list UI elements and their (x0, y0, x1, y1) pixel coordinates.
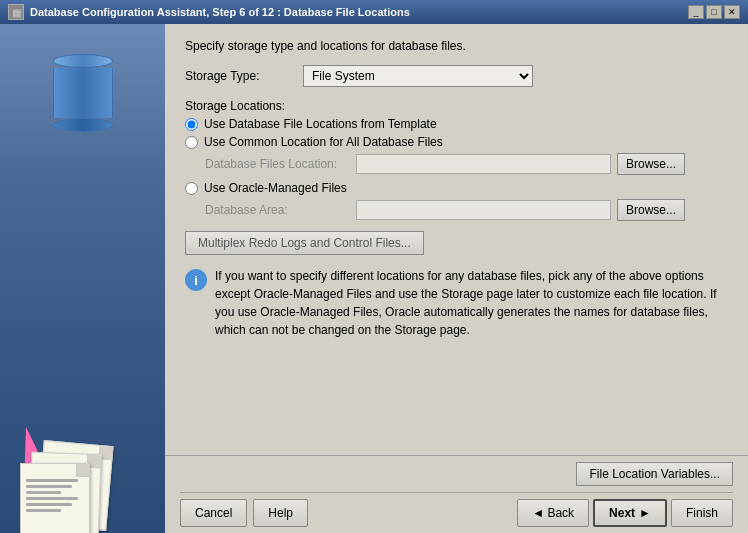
content-area: Specify storage type and locations for d… (165, 24, 748, 533)
back-arrow-icon: ◄ (532, 506, 544, 520)
multiplex-button[interactable]: Multiplex Redo Logs and Control Files... (185, 231, 424, 255)
separator (180, 492, 733, 493)
nav-row: Cancel Help ◄ Back Next ► Finish (180, 499, 733, 527)
illustration-panel (0, 24, 165, 533)
radio-oracle[interactable]: Use Oracle-Managed Files (185, 181, 728, 195)
title-bar: ▦ Database Configuration Assistant, Step… (0, 0, 748, 24)
app-icon: ▦ (8, 4, 24, 20)
main-container: Specify storage type and locations for d… (0, 24, 748, 533)
db-files-location-input[interactable] (356, 154, 611, 174)
finish-button[interactable]: Finish (671, 499, 733, 527)
help-button[interactable]: Help (253, 499, 308, 527)
window-controls: _ □ ✕ (688, 5, 740, 19)
bottom-area: File Location Variables... Cancel Help ◄… (165, 455, 748, 533)
db-files-location-row: Database Files Location: Browse... (205, 153, 728, 175)
db-area-section: Database Area: Browse... (205, 199, 728, 221)
radio-template-input[interactable] (185, 118, 198, 131)
storage-locations-section: Storage Locations: Use Database File Loc… (185, 99, 728, 440)
right-nav-buttons: ◄ Back Next ► Finish (517, 499, 733, 527)
storage-type-select-wrapper[interactable]: File System Automatic Storage Management… (303, 65, 533, 87)
db-area-input[interactable] (356, 200, 611, 220)
radio-oracle-label: Use Oracle-Managed Files (204, 181, 347, 195)
info-icon: i (185, 269, 207, 291)
storage-type-row: Storage Type: File System Automatic Stor… (185, 65, 728, 87)
storage-locations-label: Storage Locations: (185, 99, 728, 113)
left-nav-buttons: Cancel Help (180, 499, 308, 527)
db-cylinder (53, 54, 113, 132)
minimize-button[interactable]: _ (688, 5, 704, 19)
window-title: Database Configuration Assistant, Step 6… (30, 6, 410, 18)
file-location-variables-button[interactable]: File Location Variables... (576, 462, 733, 486)
close-button[interactable]: ✕ (724, 5, 740, 19)
intro-text: Specify storage type and locations for d… (185, 39, 728, 53)
next-arrow-icon: ► (639, 506, 651, 520)
back-label: Back (547, 506, 574, 520)
file-location-row: File Location Variables... (180, 462, 733, 486)
db-area-label: Database Area: (205, 203, 350, 217)
info-box: i If you want to specify different locat… (185, 267, 728, 339)
radio-common-label: Use Common Location for All Database Fil… (204, 135, 443, 149)
storage-type-label: Storage Type: (185, 69, 295, 83)
illustration (0, 24, 165, 533)
db-area-row: Database Area: Browse... (205, 199, 728, 221)
maximize-button[interactable]: □ (706, 5, 722, 19)
next-label: Next (609, 506, 635, 520)
right-panel: Specify storage type and locations for d… (165, 24, 748, 455)
cancel-button[interactable]: Cancel (180, 499, 247, 527)
db-files-browse-button[interactable]: Browse... (617, 153, 685, 175)
back-button[interactable]: ◄ Back (517, 499, 589, 527)
radio-template[interactable]: Use Database File Locations from Templat… (185, 117, 728, 131)
next-button[interactable]: Next ► (593, 499, 667, 527)
info-text: If you want to specify different locatio… (215, 267, 728, 339)
db-files-location-label: Database Files Location: (205, 157, 350, 171)
db-files-location-section: Database Files Location: Browse... (205, 153, 728, 175)
radio-common-input[interactable] (185, 136, 198, 149)
db-area-browse-button[interactable]: Browse... (617, 199, 685, 221)
radio-oracle-input[interactable] (185, 182, 198, 195)
radio-template-label: Use Database File Locations from Templat… (204, 117, 437, 131)
storage-type-select[interactable]: File System Automatic Storage Management… (303, 65, 533, 87)
radio-common[interactable]: Use Common Location for All Database Fil… (185, 135, 728, 149)
